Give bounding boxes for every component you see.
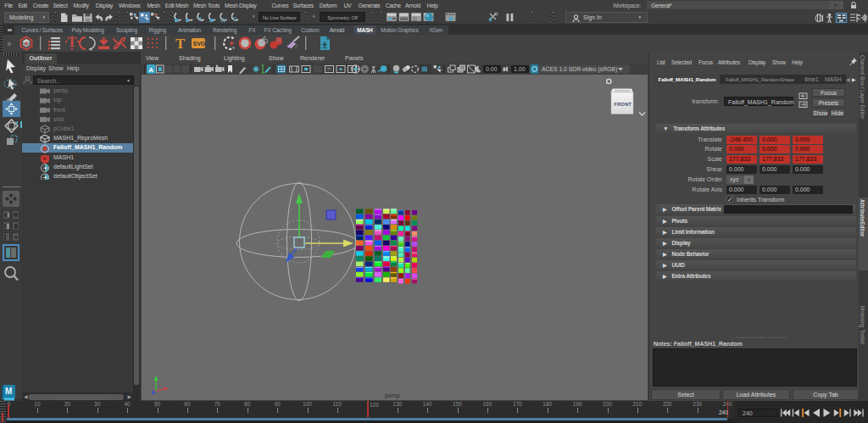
svg-text:FRONT: FRONT bbox=[615, 102, 632, 107]
svg-text:ⓘ: ⓘ bbox=[413, 16, 417, 21]
svg-text:A: A bbox=[148, 66, 153, 74]
svg-text:SVG: SVG bbox=[193, 41, 206, 47]
svg-text:M: M bbox=[5, 387, 12, 396]
svg-text:0.00: 0.00 bbox=[486, 66, 498, 72]
svg-text:persp: persp bbox=[385, 392, 400, 399]
svg-text:T: T bbox=[175, 36, 186, 51]
svg-text:ACES 1.0 SDR-video (sRGB): ACES 1.0 SDR-video (sRGB) bbox=[542, 66, 617, 73]
svg-text:T: T bbox=[68, 36, 77, 49]
svg-text:1.00: 1.00 bbox=[514, 66, 526, 72]
